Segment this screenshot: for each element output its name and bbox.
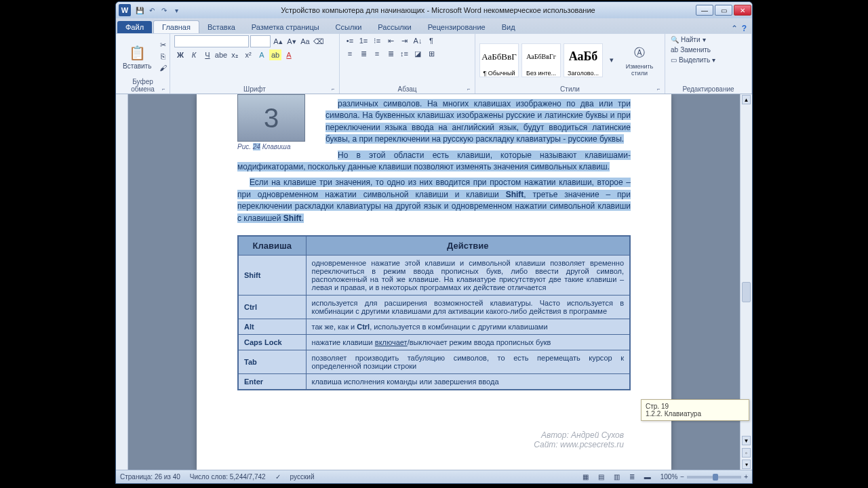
- align-left-icon[interactable]: ≡: [344, 48, 356, 59]
- indent-inc-icon[interactable]: ⇥: [398, 35, 410, 46]
- grow-font-icon[interactable]: A▴: [272, 36, 284, 47]
- borders-icon[interactable]: ⊞: [425, 48, 437, 59]
- save-icon[interactable]: 💾: [135, 5, 144, 15]
- tab-references[interactable]: Ссылки: [328, 21, 370, 33]
- qat-dropdown-icon[interactable]: ▾: [172, 5, 181, 15]
- numbering-icon[interactable]: 1≡: [357, 35, 370, 46]
- status-proof-icon[interactable]: ✓: [275, 473, 281, 481]
- tab-review[interactable]: Рецензирование: [420, 21, 494, 33]
- style-normal[interactable]: АаБбВвГ¶ Обычный: [479, 43, 519, 77]
- group-paragraph: •≡ 1≡ ⁝≡ ⇤ ⇥ A↓ ¶ ≡ ≣ ≡ ≣ ↕≡ ◪ ⊞: [340, 34, 475, 94]
- sort-icon[interactable]: A↓: [412, 35, 424, 46]
- style-heading[interactable]: АаБбЗаголово...: [564, 43, 603, 77]
- clear-format-icon[interactable]: ⌫: [313, 36, 325, 47]
- scroll-up-icon[interactable]: ▲: [742, 95, 751, 104]
- ribbon-collapse-icon[interactable]: ⌃: [731, 24, 738, 33]
- scroll-thumb[interactable]: [742, 282, 751, 302]
- next-page-icon[interactable]: ▾: [742, 460, 751, 469]
- window-title: Устройство компьютера для начинающих - M…: [181, 6, 695, 14]
- indent-dec-icon[interactable]: ⇤: [384, 35, 397, 46]
- superscript-icon[interactable]: x²: [242, 49, 254, 60]
- view-read-icon[interactable]: ▤: [598, 473, 604, 481]
- select-button[interactable]: ▭Выделить ▾: [669, 56, 717, 64]
- status-language[interactable]: русский: [290, 473, 315, 481]
- underline-button[interactable]: Ч: [201, 49, 214, 60]
- find-icon: 🔍: [671, 36, 679, 43]
- font-family-select[interactable]: [174, 35, 249, 47]
- subscript-icon[interactable]: x₂: [229, 49, 241, 60]
- view-web-icon[interactable]: ▥: [614, 473, 620, 481]
- view-draft-icon[interactable]: ▬: [644, 473, 651, 481]
- word-icon: W: [119, 4, 131, 16]
- group-label: Буфер обмена⌐: [120, 77, 165, 94]
- replace-icon: ab: [671, 46, 678, 54]
- style-nospacing[interactable]: АаБбВвГгБез инте...: [521, 43, 561, 77]
- multilevel-icon[interactable]: ⁝≡: [371, 35, 383, 46]
- dialog-launcher-icon[interactable]: ⌐: [655, 86, 662, 93]
- help-icon[interactable]: ?: [742, 24, 747, 33]
- vertical-ruler[interactable]: [116, 94, 128, 470]
- tab-mailings[interactable]: Рассылки: [370, 21, 419, 33]
- maximize-button[interactable]: ▭: [715, 5, 732, 16]
- scroll-down-icon[interactable]: ▼: [742, 436, 751, 445]
- tab-file[interactable]: Файл: [117, 21, 152, 33]
- find-button[interactable]: 🔍Найти ▾: [669, 35, 707, 44]
- dialog-launcher-icon[interactable]: ⌐: [465, 86, 472, 93]
- close-button[interactable]: ✕: [734, 5, 751, 16]
- bold-button[interactable]: Ж: [174, 49, 186, 60]
- select-icon: ▭: [671, 56, 677, 64]
- table-header: Действие: [306, 236, 630, 256]
- zoom-in-icon[interactable]: +: [744, 473, 748, 481]
- shading-icon[interactable]: ◪: [412, 48, 424, 59]
- table-row: Enterклавиша исполнения команды или заве…: [238, 373, 630, 390]
- status-page[interactable]: Страница: 26 из 40: [120, 473, 180, 481]
- tab-insert[interactable]: Вставка: [199, 21, 243, 33]
- bullets-icon[interactable]: •≡: [344, 35, 356, 46]
- undo-icon[interactable]: ↶: [147, 5, 157, 15]
- cut-icon[interactable]: ✂: [157, 39, 169, 50]
- highlight-icon[interactable]: ab: [269, 49, 281, 60]
- dialog-launcher-icon[interactable]: ⌐: [330, 86, 336, 93]
- table-row: Tabпозволяет производить табуляцию симво…: [238, 350, 630, 373]
- format-painter-icon[interactable]: 🖌: [157, 62, 169, 73]
- align-right-icon[interactable]: ≡: [371, 48, 383, 59]
- copy-icon[interactable]: ⎘: [157, 51, 169, 62]
- paste-button[interactable]: 📋 Вставить: [120, 42, 154, 71]
- minimize-button[interactable]: —: [696, 5, 713, 16]
- paste-label: Вставить: [123, 62, 151, 70]
- view-print-icon[interactable]: ▦: [583, 473, 589, 481]
- ribbon: 📋 Вставить ✂ ⎘ 🖌 Буфер обмена⌐ A▴ A▾ Aa: [116, 33, 752, 94]
- font-size-select[interactable]: [250, 35, 271, 47]
- group-styles: АаБбВвГ¶ Обычный АаБбВвГгБез инте... АаБ…: [475, 34, 665, 94]
- line-spacing-icon[interactable]: ↕≡: [398, 48, 410, 59]
- status-words[interactable]: Число слов: 5,244/7,742: [190, 473, 266, 481]
- dialog-launcher-icon[interactable]: ⌐: [160, 86, 167, 93]
- change-styles-button[interactable]: Ⓐ Изменить стили: [620, 43, 658, 78]
- document-page[interactable]: 3 Рис. 24 Клавиша различных символов. На…: [197, 94, 671, 470]
- prev-page-icon[interactable]: ◦: [742, 448, 751, 458]
- font-color-icon[interactable]: A: [283, 49, 295, 60]
- figure-caption: Рис. 24 Клавиша: [237, 143, 319, 150]
- text-effects-icon[interactable]: A: [256, 49, 268, 60]
- zoom-out-icon[interactable]: −: [680, 473, 684, 481]
- align-center-icon[interactable]: ≣: [357, 48, 370, 59]
- tab-view[interactable]: Вид: [494, 21, 524, 33]
- table-row: Ctrlиспользуется для расширения возможно…: [238, 295, 630, 319]
- zoom-level[interactable]: 100%: [660, 473, 678, 481]
- ribbon-tabs: Файл Главная Вставка Разметка страницы С…: [116, 18, 752, 33]
- zoom-slider[interactable]: [687, 476, 741, 479]
- change-case-icon[interactable]: Aa: [299, 36, 311, 47]
- align-justify-icon[interactable]: ≣: [384, 48, 397, 59]
- styles-more-icon[interactable]: ▾: [606, 55, 618, 66]
- pilcrow-icon[interactable]: ¶: [425, 35, 437, 46]
- replace-button[interactable]: abЗаменить: [669, 45, 712, 54]
- tab-home[interactable]: Главная: [153, 20, 199, 33]
- shrink-font-icon[interactable]: A▾: [285, 36, 298, 47]
- redo-icon[interactable]: ↷: [159, 5, 169, 15]
- view-outline-icon[interactable]: ≣: [629, 473, 635, 481]
- italic-button[interactable]: К: [188, 49, 200, 60]
- app-window: W 💾 ↶ ↷ ▾ Устройство компьютера для начи…: [115, 1, 753, 484]
- change-styles-icon: Ⓐ: [630, 44, 649, 63]
- tab-layout[interactable]: Разметка страницы: [243, 21, 328, 33]
- strike-button[interactable]: abe: [215, 49, 227, 60]
